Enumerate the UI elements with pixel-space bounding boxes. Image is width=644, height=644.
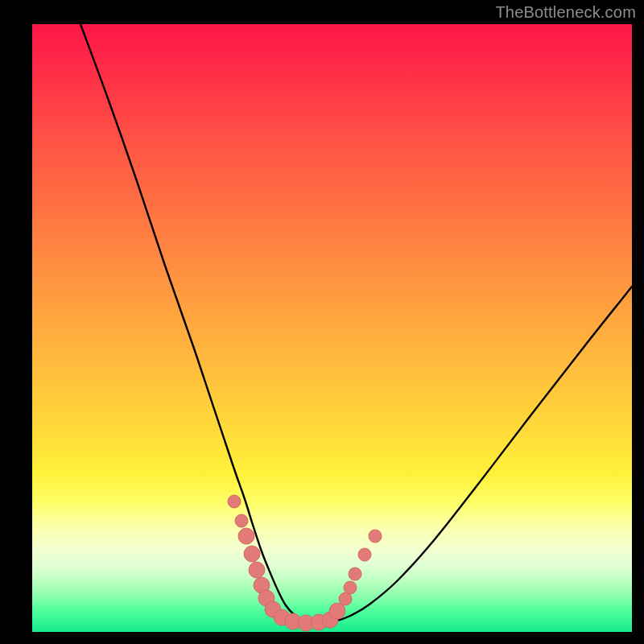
bottleneck-curve (80, 24, 632, 623)
marker-point (344, 581, 357, 594)
marker-point (358, 548, 371, 561)
marker-point (349, 568, 361, 580)
plot-area (32, 24, 632, 632)
marker-point (238, 528, 254, 544)
marker-point (244, 546, 260, 562)
marker-point (329, 603, 345, 619)
watermark-text: TheBottleneck.com (495, 3, 636, 22)
marker-point (249, 562, 265, 578)
curve-layer (32, 24, 632, 632)
marker-point (228, 495, 241, 508)
marker-point (369, 530, 382, 543)
chart-frame: TheBottleneck.com (0, 0, 644, 644)
marker-point (235, 514, 248, 527)
